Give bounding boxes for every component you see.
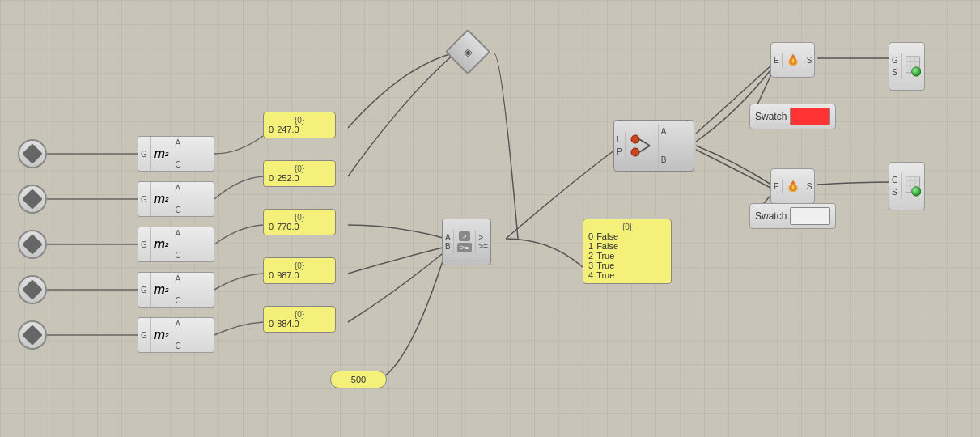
swatch-bot-color[interactable] xyxy=(790,207,830,225)
circle-node-4[interactable] xyxy=(18,275,47,304)
number-panel-4[interactable]: {0} 0987.0 xyxy=(263,257,336,284)
swatch-bot-node[interactable]: Swatch xyxy=(749,203,836,229)
number-panel-1[interactable]: {0} 0247.0 xyxy=(263,112,336,138)
number-panel-3[interactable]: {0} 0770.0 xyxy=(263,209,336,235)
panel-index: 0 xyxy=(269,125,274,134)
geo-g-label: G xyxy=(892,56,898,65)
entwine-s-label-2: S xyxy=(807,182,812,191)
swatch-top-label: Swatch xyxy=(755,111,787,122)
panel-value: 884.0 xyxy=(277,319,299,329)
swatch-top-node[interactable]: Swatch xyxy=(749,104,836,129)
comp-out-gt: > xyxy=(478,233,488,242)
entwine-s-label: S xyxy=(807,56,812,65)
panel-index: 0 xyxy=(269,222,274,231)
geo-s-label-2: S xyxy=(892,188,898,197)
entwine-e-label-2: E xyxy=(774,182,779,191)
area-node-1[interactable]: G m2 AC xyxy=(138,136,214,172)
circle-node-2[interactable] xyxy=(18,185,47,214)
comparison-node[interactable]: A B > >= > >= xyxy=(442,218,491,265)
entwine-e-label: E xyxy=(774,56,779,65)
branch-port-b: B xyxy=(661,155,667,164)
panel-index: 0 xyxy=(269,173,274,183)
geo-bot-node[interactable]: G S xyxy=(889,162,925,210)
result-2: True xyxy=(596,251,614,261)
panel-value: 252.0 xyxy=(277,173,299,183)
result-3: True xyxy=(596,261,614,270)
entwine-top-node[interactable]: E S xyxy=(770,42,815,78)
comp-out-gte: >= xyxy=(478,242,488,251)
number-panel-5[interactable]: {0} 0884.0 xyxy=(263,306,336,333)
svg-point-17 xyxy=(911,187,920,196)
svg-line-2 xyxy=(639,139,650,146)
hub-icon: ◈ xyxy=(464,45,473,58)
number-panel-2[interactable]: {0} 0252.0 xyxy=(263,160,336,187)
greater-equal-btn[interactable]: >= xyxy=(457,243,473,252)
circle-node-3[interactable] xyxy=(18,230,47,259)
result-panel[interactable]: {0} 0False 1False 2True 3True 4True xyxy=(583,218,672,284)
svg-line-3 xyxy=(639,146,650,152)
panel-value: 247.0 xyxy=(277,125,299,134)
svg-point-11 xyxy=(911,67,920,76)
comp-port-b: B xyxy=(445,242,451,251)
area-node-5[interactable]: G m2 AC xyxy=(138,317,214,353)
hub-node: ◈ xyxy=(452,36,484,68)
result-1: False xyxy=(596,241,618,251)
comp-port-a: A xyxy=(445,233,451,242)
svg-point-1 xyxy=(631,148,639,156)
greater-than-btn[interactable]: > xyxy=(459,231,469,241)
branch-node[interactable]: L P A B xyxy=(613,120,694,172)
branch-port-p: P xyxy=(617,147,622,156)
panel-value: 987.0 xyxy=(277,270,299,280)
entwine-bot-node[interactable]: E S xyxy=(770,168,815,204)
result-4: True xyxy=(596,270,614,280)
panel-index: 0 xyxy=(269,319,274,329)
result-0: False xyxy=(596,231,618,241)
area-node-2[interactable]: G m2 AC xyxy=(138,181,214,217)
branch-port-a: A xyxy=(661,127,667,136)
geo-g-label-2: G xyxy=(892,176,898,185)
area-node-3[interactable]: G m2 AC xyxy=(138,227,214,262)
number-500-panel[interactable]: 500 xyxy=(330,371,387,388)
branch-port-l: L xyxy=(617,135,622,144)
panel-index: 0 xyxy=(269,270,274,280)
svg-point-0 xyxy=(631,135,639,143)
swatch-top-color[interactable] xyxy=(790,108,830,125)
area-node-4[interactable]: G m2 AC xyxy=(138,272,214,308)
geo-top-node[interactable]: G S xyxy=(889,42,925,91)
geo-s-label: S xyxy=(892,68,898,77)
circle-node-1[interactable] xyxy=(18,139,47,168)
panel-value: 770.0 xyxy=(277,222,299,231)
swatch-bot-label: Swatch xyxy=(755,210,787,222)
panel-500-value: 500 xyxy=(351,375,366,384)
circle-node-5[interactable] xyxy=(18,320,47,350)
